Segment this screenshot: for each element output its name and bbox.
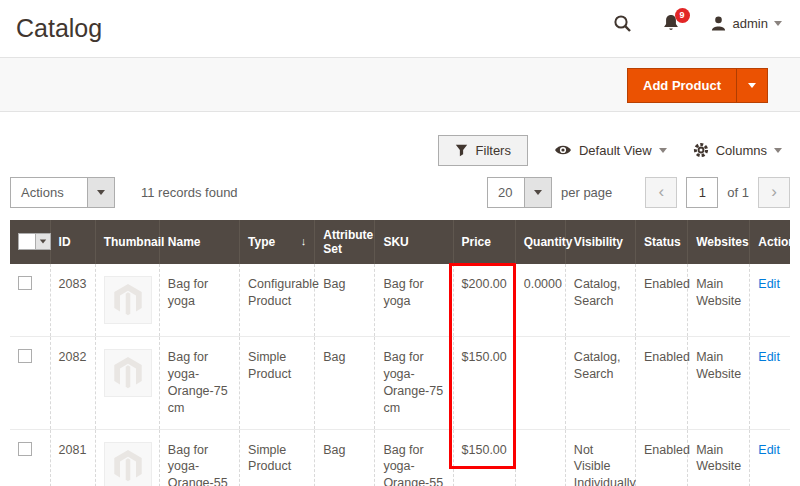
column-header-name[interactable]: Name [159, 220, 239, 264]
row-checkbox[interactable] [18, 349, 32, 363]
row-select-cell [10, 264, 50, 337]
search-icon[interactable] [613, 14, 632, 33]
cell-thumbnail [95, 429, 159, 486]
admin-account-menu[interactable]: admin [710, 15, 782, 32]
row-select-cell [10, 429, 50, 486]
column-header-websites[interactable]: Websites [688, 220, 750, 264]
user-icon [710, 15, 727, 32]
cell-quantity [515, 337, 565, 430]
column-header-sku[interactable]: SKU [375, 220, 453, 264]
cell-type: Configurable Product [240, 264, 315, 337]
cell-type: Simple Product [240, 429, 315, 486]
eye-icon [554, 143, 572, 157]
cell-quantity: 0.0000 [515, 264, 565, 337]
chevron-down-icon [40, 239, 46, 243]
sort-descending-icon: ↓ [301, 235, 307, 247]
select-all-checkbox[interactable] [19, 234, 35, 249]
columns-control[interactable]: Columns [693, 142, 782, 158]
product-thumbnail [104, 276, 152, 324]
header-actions: 9 admin [613, 14, 782, 33]
cell-action: Edit [750, 337, 790, 430]
table-row: 2081 Bag for yoga-Orange-55 cm Simple Pr… [10, 429, 790, 486]
add-product-split-toggle[interactable] [736, 69, 767, 102]
cell-name: Bag for yoga-Orange-55 cm [159, 429, 239, 486]
cell-id: 2083 [50, 264, 95, 337]
cell-name: Bag for yoga-Orange-75 cm [159, 337, 239, 430]
cell-price: $150.00 [453, 429, 515, 486]
chevron-down-icon [534, 190, 542, 195]
cell-sku: Bag for yoga-Orange-55 cm [375, 429, 453, 486]
current-page-input[interactable] [686, 177, 718, 208]
default-view-label: Default View [579, 143, 652, 158]
cell-visibility: Not Visible Individually [565, 429, 635, 486]
chevron-down-icon [97, 190, 105, 195]
cell-sku: Bag for yoga-Orange-75 cm [375, 337, 453, 430]
column-header-price[interactable]: Price [453, 220, 515, 264]
column-header-visibility[interactable]: Visibility [565, 220, 635, 264]
cell-id: 2082 [50, 337, 95, 430]
actions-select-value: Actions [11, 178, 87, 207]
notifications-bell-icon[interactable]: 9 [662, 14, 680, 33]
filters-button[interactable]: Filters [438, 135, 528, 166]
cell-websites: Main Website [688, 429, 750, 486]
per-page-dropdown[interactable] [524, 178, 551, 207]
column-header-quantity[interactable]: Quantity [515, 220, 565, 264]
cell-price: $150.00 [453, 337, 515, 430]
chevron-down-icon [748, 83, 756, 88]
column-header-status[interactable]: Status [636, 220, 688, 264]
magento-logo-placeholder-icon [114, 284, 142, 316]
cell-thumbnail [95, 264, 159, 337]
add-product-label: Add Product [628, 69, 736, 102]
grid-controls: Filters Default View Columns [0, 134, 800, 166]
records-found-text: 11 records found [141, 185, 238, 200]
actions-select[interactable]: Actions [10, 177, 115, 208]
per-page-select[interactable]: 20 [487, 177, 552, 208]
product-table: ID Thumbnail Name Type↓ Attribute Set SK… [10, 220, 790, 486]
cell-action: Edit [750, 264, 790, 337]
add-product-button[interactable]: Add Product [627, 68, 768, 103]
magento-logo-placeholder-icon [114, 450, 142, 482]
cell-websites: Main Website [688, 264, 750, 337]
cell-websites: Main Website [688, 337, 750, 430]
magento-logo-placeholder-icon [114, 357, 142, 389]
actions-row: Actions 11 records found 20 per page ‹ o… [0, 176, 800, 208]
column-header-type[interactable]: Type↓ [240, 220, 315, 264]
chevron-down-icon [774, 21, 782, 26]
select-all-header [10, 220, 50, 264]
column-header-thumbnail[interactable]: Thumbnail [95, 220, 159, 264]
edit-link[interactable]: Edit [758, 277, 780, 291]
row-checkbox[interactable] [18, 442, 32, 456]
column-header-attribute-set[interactable]: Attribute Set [315, 220, 375, 264]
cell-attribute-set: Bag [315, 264, 375, 337]
cell-attribute-set: Bag [315, 429, 375, 486]
filter-funnel-icon [455, 144, 468, 157]
cell-name: Bag for yoga [159, 264, 239, 337]
select-all-control[interactable] [18, 233, 51, 250]
cell-status: Enabled [636, 264, 688, 337]
table-row: 2082 Bag for yoga-Orange-75 cm Simple Pr… [10, 337, 790, 430]
page-header: Catalog 9 admin [0, 0, 800, 57]
row-checkbox[interactable] [18, 276, 32, 290]
cell-visibility: Catalog, Search [565, 264, 635, 337]
chevron-down-icon [774, 148, 782, 153]
next-page-button[interactable]: › [758, 177, 790, 208]
select-all-dropdown[interactable] [35, 234, 50, 249]
previous-page-button[interactable]: ‹ [645, 177, 677, 208]
cell-status: Enabled [636, 429, 688, 486]
chevron-down-icon [659, 148, 667, 153]
admin-label: admin [733, 16, 768, 31]
per-page-label: per page [561, 185, 612, 200]
column-header-action[interactable]: Action [750, 220, 790, 264]
default-view-control[interactable]: Default View [554, 143, 667, 158]
actions-select-dropdown[interactable] [87, 178, 114, 207]
table-header-row: ID Thumbnail Name Type↓ Attribute Set SK… [10, 220, 790, 264]
edit-link[interactable]: Edit [758, 443, 780, 457]
gear-icon [693, 142, 709, 158]
edit-link[interactable]: Edit [758, 350, 780, 364]
cell-status: Enabled [636, 337, 688, 430]
column-header-id[interactable]: ID [50, 220, 95, 264]
cell-id: 2081 [50, 429, 95, 486]
total-pages-label: of 1 [727, 185, 749, 200]
filters-label: Filters [476, 143, 511, 158]
notification-count-badge: 9 [675, 8, 690, 23]
